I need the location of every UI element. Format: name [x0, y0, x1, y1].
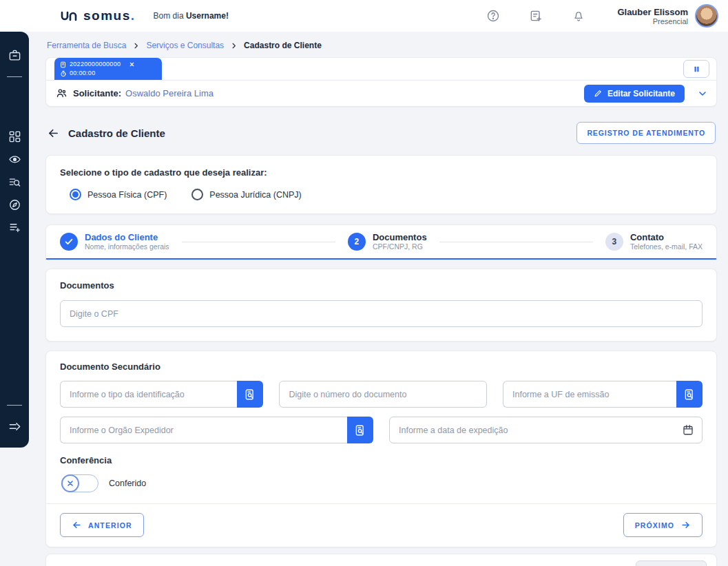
- stopwatch-icon: [60, 70, 67, 77]
- search-list-icon[interactable]: [8, 176, 21, 189]
- edit-solicitante-button[interactable]: Editar Solicitante: [584, 85, 685, 103]
- sidebar-divider-top: [7, 76, 22, 77]
- document-search-icon: [244, 388, 256, 401]
- document-search-icon: [683, 388, 696, 401]
- user-status: Presencial: [617, 17, 688, 25]
- step-connector: [439, 242, 593, 242]
- radio-unselected-icon: [191, 189, 203, 200]
- breadcrumb-current: Cadastro de Cliente: [244, 41, 322, 50]
- somus-logo-icon: [61, 11, 79, 21]
- radio-selected-icon: [70, 189, 81, 200]
- tipo-identificacao-input[interactable]: [60, 381, 237, 408]
- anterior-button[interactable]: ANTERIOR: [60, 513, 144, 537]
- logo-text: somus.: [83, 8, 136, 23]
- step-connector: [182, 242, 335, 242]
- note-add-icon[interactable]: [529, 9, 543, 23]
- user-name: Glauber Elissom: [617, 7, 688, 17]
- toggle-x-icon: [61, 474, 79, 492]
- session-card: 20220000000000 00:00:00: [45, 57, 717, 107]
- compass-icon[interactable]: [8, 198, 21, 211]
- type-select-title: Selecione o tipo de cadastro que deseja …: [60, 167, 703, 178]
- registro-atendimento-button[interactable]: REGISTRO DE ATENDIMENTO: [576, 122, 716, 144]
- step-documentos[interactable]: 2 Documentos CPF/CNPJ, RG: [348, 232, 427, 251]
- briefcase-icon[interactable]: [8, 49, 21, 62]
- uf-emissao-input[interactable]: [503, 381, 676, 408]
- main-content: Ferramenta de Busca Serviços e Consultas…: [45, 32, 717, 566]
- radio-pessoa-juridica[interactable]: Pessoa Jurídica (CNPJ): [191, 189, 301, 200]
- greeting: Bom dia Username!: [154, 11, 229, 21]
- back-arrow-icon[interactable]: [47, 127, 60, 140]
- protocol-tab-row: 20220000000000 00:00:00: [46, 58, 716, 81]
- orgao-expedidor-lookup-button[interactable]: [347, 417, 373, 443]
- protocol-tab[interactable]: 20220000000000 00:00:00: [54, 58, 162, 80]
- conferido-label: Conferido: [109, 479, 146, 488]
- user-menu[interactable]: Glauber Elissom Presencial: [617, 4, 718, 28]
- notifications-bell-icon[interactable]: [572, 9, 585, 23]
- sidebar-divider-bottom: [7, 405, 22, 406]
- historico-salvar-card: HISTÓRICO SALVAR: [45, 554, 717, 566]
- uf-emissao-lookup-button[interactable]: [676, 381, 703, 408]
- page-title: Cadastro de Cliente: [68, 127, 165, 139]
- document-icon: [60, 61, 67, 68]
- app-root: somus. Bom dia Username! Gl: [0, 0, 728, 566]
- protocol-number: 20220000000000: [70, 60, 121, 69]
- conferido-toggle[interactable]: [61, 474, 98, 492]
- radio-pessoa-fisica[interactable]: Pessoa Física (CPF): [70, 189, 167, 200]
- chevron-down-icon[interactable]: [697, 88, 708, 99]
- somus-logo[interactable]: somus.: [61, 8, 136, 23]
- stepper: Dados do Cliente Nome, informações gerai…: [45, 224, 717, 260]
- solicitante-label: Solicitante:: [73, 88, 121, 98]
- eye-icon[interactable]: [8, 153, 21, 166]
- conferencia-title: Conferência: [60, 455, 703, 465]
- sidebar-expand-icon[interactable]: [8, 420, 21, 433]
- documento-secundario-card: Documento Secundário: [45, 350, 717, 547]
- solicitante-name: Oswaldo Pereira Lima: [125, 88, 214, 98]
- document-search-icon: [354, 424, 366, 437]
- documentos-title: Documentos: [60, 280, 703, 291]
- session-timer: 00:00:00: [70, 69, 95, 78]
- page-heading-row: Cadastro de Cliente REGISTRO DE ATENDIME…: [45, 122, 717, 144]
- solicitante-row: Solicitante: Oswaldo Pereira Lima Editar…: [46, 81, 716, 106]
- chevron-right-icon: [230, 42, 238, 50]
- numero-documento-input[interactable]: [279, 381, 487, 408]
- breadcrumb: Ferramenta de Busca Serviços e Consultas…: [45, 32, 717, 50]
- breadcrumb-servicos[interactable]: Serviços e Consultas: [146, 41, 224, 50]
- documento-secundario-title: Documento Secundário: [60, 361, 703, 372]
- documentos-card: Documentos: [45, 269, 717, 342]
- dashboard-grid-icon[interactable]: [8, 130, 21, 143]
- breadcrumb-ferramenta[interactable]: Ferramenta de Busca: [47, 41, 126, 50]
- close-tab-icon[interactable]: [129, 61, 135, 67]
- people-icon: [56, 87, 67, 99]
- proximo-button[interactable]: PRÓXIMO: [623, 513, 703, 537]
- user-avatar[interactable]: [695, 4, 718, 28]
- step-complete-check-icon: [60, 233, 78, 251]
- data-expedicao-input[interactable]: [389, 417, 703, 443]
- top-header: somus. Bom dia Username! Gl: [0, 0, 728, 32]
- step-dados-do-cliente[interactable]: Dados do Cliente Nome, informações gerai…: [60, 232, 169, 251]
- help-icon[interactable]: [486, 9, 500, 23]
- calendar-icon[interactable]: [682, 423, 694, 436]
- pencil-icon: [594, 89, 603, 98]
- chevron-right-icon: [132, 42, 140, 50]
- arrow-left-icon: [72, 520, 82, 530]
- sidebar-nav: [0, 32, 29, 448]
- salvar-button[interactable]: SALVAR: [636, 560, 707, 566]
- pause-button[interactable]: [683, 60, 709, 78]
- list-plus-icon[interactable]: [8, 221, 21, 234]
- tipo-identificacao-lookup-button[interactable]: [237, 381, 263, 408]
- type-select-card: Selecione o tipo de cadastro que deseja …: [45, 155, 717, 214]
- orgao-expedidor-input[interactable]: [60, 417, 347, 443]
- cpf-input[interactable]: [60, 300, 703, 327]
- arrow-right-icon: [680, 520, 691, 530]
- step-contato[interactable]: 3 Contato Telefones, e-mail, FAX: [605, 232, 703, 251]
